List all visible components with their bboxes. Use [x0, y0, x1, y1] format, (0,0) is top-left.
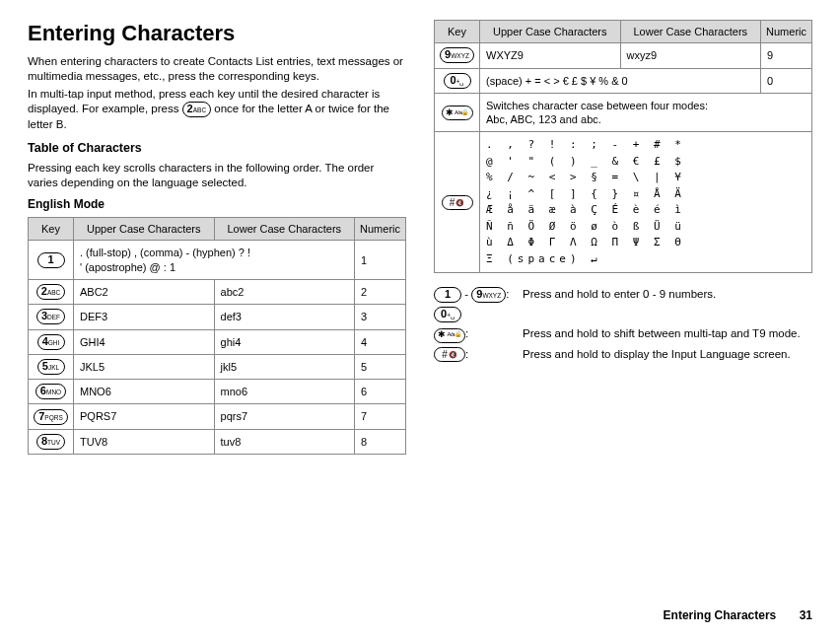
hint-hash-text: Press and hold to display the Input Lang… — [523, 347, 812, 362]
col-key: Key — [435, 21, 480, 43]
row-num: 1 — [355, 241, 406, 280]
table-header-row: Key Upper Case Characters Lower Case Cha… — [29, 218, 406, 241]
row-num: 7 — [355, 404, 406, 429]
row-lower: jkl5 — [214, 354, 355, 379]
key-sub: WXYZ — [451, 52, 469, 59]
key-cell: 1 — [29, 241, 74, 280]
row-lower: tuv8 — [214, 429, 355, 454]
char-table-left: Key Upper Case Characters Lower Case Cha… — [28, 217, 406, 455]
key-cell: 3DEF — [29, 305, 74, 329]
table-row: . , ? ! : ; - + # * @ ' " ( ) _ & € £ $ … — [435, 132, 812, 273]
key-sub: TUV — [47, 439, 60, 446]
row0-span: (space) + = < > € £ $ ¥ % & 0 — [480, 68, 761, 93]
row-num: 5 — [355, 354, 406, 379]
key-1-icon: 1 — [434, 287, 461, 303]
key-sub: +␣ — [456, 78, 464, 85]
table-row: 7PQRS PQRS7 pqrs7 7 — [29, 404, 406, 429]
key-sub: MNO — [46, 389, 61, 395]
row-upper: ABC2 — [74, 279, 215, 304]
key-sub: JKL — [48, 364, 59, 371]
row-lower: def3 — [214, 305, 355, 329]
key-major: 1 — [47, 253, 53, 265]
english-mode-label: English Mode — [28, 197, 406, 213]
hint-row-zero: 0+␣ — [434, 307, 812, 322]
star-key-icon — [434, 328, 465, 343]
key-cell: 9WXYZ — [435, 43, 480, 68]
row-lower: abc2 — [214, 279, 355, 304]
key-cell — [435, 93, 480, 132]
row-lower: mno6 — [214, 380, 355, 404]
hash-key-icon — [442, 195, 473, 210]
table-row: 1 . (full-stop) , (comma) - (hyphen) ? !… — [29, 241, 406, 280]
table-row: 3DEF DEF3 def3 3 — [29, 305, 406, 329]
table-row: 6MNO MNO6 mno6 6 — [29, 380, 406, 404]
table-row: 5JKL JKL5 jkl5 5 — [29, 354, 406, 379]
row-upper: GHI4 — [74, 329, 215, 354]
star-key-icon — [442, 106, 473, 120]
table-row: 2ABC ABC2 abc2 2 — [29, 279, 406, 304]
col-lower: Lower Case Characters — [620, 21, 761, 43]
key-cell: 4GHI — [29, 329, 74, 354]
row-upper: DEF3 — [74, 305, 215, 329]
intro-paragraph-1: When entering characters to create Conta… — [28, 54, 406, 84]
table-of-characters-heading: Table of Characters — [28, 140, 406, 156]
row-num: 0 — [761, 68, 812, 93]
row-upper: TUV8 — [74, 429, 215, 454]
row-upper: WXYZ9 — [480, 43, 621, 68]
key-hints: 1 - 9WXYZ: Press and hold to enter 0 - 9… — [434, 287, 812, 361]
row-num: 6 — [355, 380, 406, 404]
hint-row-hash: : Press and hold to display the Input La… — [434, 347, 812, 362]
key-sub: PQRS — [44, 414, 62, 421]
row-upper: JKL5 — [74, 354, 215, 379]
key-cell: 8TUV — [29, 429, 74, 454]
hint-row-star: : Press and hold to shift between multi-… — [434, 326, 812, 342]
table-row: 9WXYZ WXYZ9 wxyz9 9 — [435, 43, 812, 68]
symbol-grid: . , ? ! : ; - + # * @ ' " ( ) _ & € £ $ … — [486, 137, 805, 267]
key-cell: 2ABC — [29, 279, 74, 304]
footer-title: Entering Characters — [664, 608, 777, 622]
table-row: Switches character case between four mod… — [435, 93, 812, 132]
row-num: 2 — [355, 279, 406, 304]
key-2-inline: 2ABC — [182, 102, 212, 117]
table-row: 4GHI GHI4 ghi4 4 — [29, 329, 406, 354]
key-cell: 0+␣ — [435, 68, 480, 93]
row-num: 4 — [355, 329, 406, 354]
row-upper: PQRS7 — [74, 404, 215, 429]
row-num: 8 — [355, 429, 406, 454]
row-lower: wxyz9 — [620, 43, 761, 68]
star-row-text: Switches character case between four mod… — [480, 93, 812, 132]
intro-paragraph-2: In multi-tap input method, press each ke… — [28, 87, 406, 132]
key-cell: 7PQRS — [29, 404, 74, 429]
footer-page-number: 31 — [800, 608, 812, 622]
col-upper: Upper Case Characters — [480, 21, 621, 43]
col-upper: Upper Case Characters — [74, 218, 215, 241]
col-numeric: Numeric — [355, 218, 406, 241]
page-footer: Entering Characters 31 — [664, 608, 812, 624]
hint-dash: - — [464, 288, 468, 300]
row-lower: ghi4 — [214, 329, 355, 354]
table-row: 8TUV TUV8 tuv8 8 — [29, 429, 406, 454]
row-num: 3 — [355, 305, 406, 329]
key-cell: 5JKL — [29, 354, 74, 379]
key-sub: GHI — [48, 339, 60, 346]
col-numeric: Numeric — [761, 21, 812, 43]
key-9-icon: 9WXYZ — [471, 287, 506, 303]
row1-span: . (full-stop) , (comma) - (hyphen) ? ! '… — [74, 241, 355, 280]
hash-symbols-cell: . , ? ! : ; - + # * @ ' " ( ) _ & € £ $ … — [480, 132, 812, 273]
row-upper: MNO6 — [74, 380, 215, 404]
hint-numbers-text: Press and hold to enter 0 - 9 numbers. — [523, 287, 812, 303]
key-0-icon: 0+␣ — [434, 307, 461, 322]
col-lower: Lower Case Characters — [214, 218, 355, 241]
row-num: 9 — [761, 43, 812, 68]
page-title: Entering Characters — [28, 20, 406, 48]
hint-row-numbers: 1 - 9WXYZ: Press and hold to enter 0 - 9… — [434, 287, 812, 303]
hint-colon: : — [465, 327, 468, 339]
char-table-right: Key Upper Case Characters Lower Case Cha… — [434, 20, 812, 273]
hint-colon: : — [465, 348, 468, 360]
row-lower: pqrs7 — [214, 404, 355, 429]
key-cell — [435, 132, 480, 273]
table-header-row: Key Upper Case Characters Lower Case Cha… — [435, 21, 812, 43]
key-sub: DEF — [47, 314, 60, 320]
hash-key-icon — [434, 347, 465, 362]
table-intro: Pressing each key scrolls characters in … — [28, 161, 406, 190]
